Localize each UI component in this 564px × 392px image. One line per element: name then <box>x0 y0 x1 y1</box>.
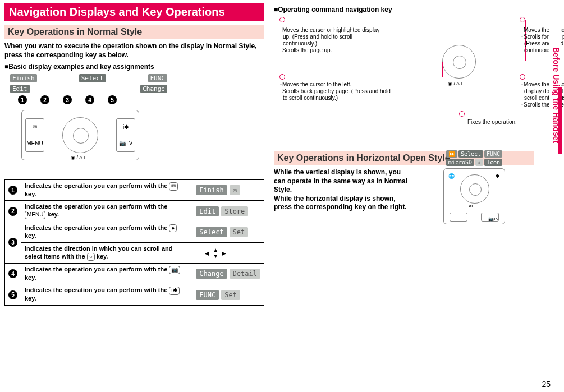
iappli-icon: i✱ <box>123 124 129 130</box>
page-number: 25 <box>542 380 551 389</box>
iappli-key-icon: i✱ <box>169 287 179 295</box>
nav-key-diagram: ◉ / A F Moves the cursor or highlighted … <box>274 17 534 140</box>
af-label: AF <box>469 204 474 209</box>
intro-text: When you want to execute the operation s… <box>4 42 264 59</box>
menu-label: MENU <box>26 140 43 146</box>
device-keypad: ✉MENU ◉ / A F i✱📷TV <box>21 110 139 160</box>
wheel-label: ◉ / A F <box>71 155 87 160</box>
sk-edit: Edit <box>10 85 30 93</box>
center-key-icon: ● <box>169 224 177 233</box>
sk-finish: Finish <box>10 74 37 82</box>
callout-4: 4 <box>85 95 94 104</box>
section-title: Navigation Displays and Key Operations <box>4 3 264 21</box>
row5-num: 5 <box>8 290 17 299</box>
mail-key-icon: ✉ <box>169 182 178 191</box>
row1-num: 1 <box>8 186 17 195</box>
side-tab: Before Using the Handset <box>549 22 561 168</box>
callout-2: 2 <box>40 95 49 104</box>
camera-key-icon: 📷 <box>169 266 180 274</box>
horizontal-illustration: ⏩ Select FUNC microSD ⇕ Icon 🌐 ✱ AF 📷TV <box>432 150 516 224</box>
row3-num: 3 <box>8 238 17 247</box>
center-dot-icon <box>459 111 465 117</box>
cmd-nav-heading: Operating command navigation key <box>274 6 534 13</box>
nav-wheel: ◉ / A F <box>62 117 98 153</box>
up-dot-icon <box>279 17 285 22</box>
horizontal-body: While the vertical display is shown, you… <box>274 168 414 212</box>
sk-change: Change <box>140 85 167 93</box>
key-assignment-table: 1 Indicates the operation you can perfor… <box>4 179 264 306</box>
softkey-illustration: Finish Select FUNC Edit x Change 1 2 3 4… <box>10 74 167 175</box>
row2-num: 2 <box>8 207 17 216</box>
ring-key-icon: ○ <box>87 253 95 261</box>
mail-icon: ✉ <box>33 124 37 130</box>
sk-func: FUNC <box>148 74 168 82</box>
camera-icon: 📷 <box>488 216 494 222</box>
callout-5: 5 <box>108 95 117 104</box>
nav-wheel <box>442 45 476 79</box>
sk-select: Select <box>79 74 106 82</box>
mail-icon: ✉ <box>230 185 240 195</box>
up-text: Moves the cursor or highlighted display … <box>279 27 386 54</box>
basic-heading: Basic display examples and key assignmen… <box>4 63 264 71</box>
subheading-normal-style: Key Operations in Normal Style <box>4 25 264 39</box>
globe-icon: 🌐 <box>448 173 455 179</box>
left-dot-icon <box>279 74 285 80</box>
right-dot-icon <box>520 17 525 22</box>
left-text: Moves the cursor to the left.Scrolls bac… <box>279 81 392 102</box>
center-text: Fixes the operation. <box>465 119 554 126</box>
arrow-indicator: ◀▲▼▶ <box>196 247 235 259</box>
callout-3: 3 <box>63 95 72 104</box>
callout-1: 1 <box>18 95 27 104</box>
row4-num: 4 <box>8 269 17 278</box>
iappli-icon: ✱ <box>496 173 500 179</box>
camera-tv-icon: 📷TV <box>119 140 133 146</box>
menu-key-icon: MENU <box>25 211 45 219</box>
